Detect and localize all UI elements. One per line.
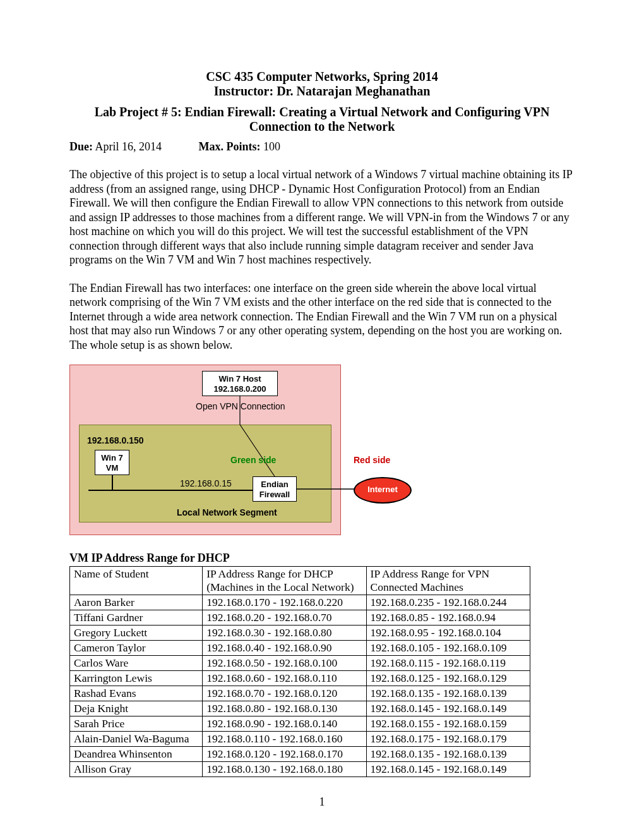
cell-name: Sarah Price (70, 716, 203, 732)
cell-dhcp: 192.168.0.130 - 192.168.0.180 (203, 762, 366, 777)
cell-dhcp: 192.168.0.120 - 192.168.0.170 (203, 747, 366, 762)
win7-host-name: Win 7 Host (218, 374, 261, 384)
cell-dhcp: 192.168.0.40 - 192.168.0.90 (203, 641, 366, 656)
vm-line1: Win 7 (101, 453, 123, 462)
cell-name: Rashad Evans (70, 686, 203, 701)
cell-dhcp: 192.168.0.90 - 192.168.0.140 (203, 716, 366, 732)
vm-ip: 192.168.0.150 (87, 435, 144, 445)
table-row: Sarah Price192.168.0.90 - 192.168.0.1401… (70, 716, 530, 732)
page-number: 1 (0, 795, 644, 809)
cell-dhcp: 192.168.0.70 - 192.168.0.120 (203, 686, 366, 701)
meta-line: Due: April 16, 2014 Max. Points: 100 (69, 140, 575, 154)
internet-ellipse: Internet (354, 477, 412, 504)
redside-label: Red side (354, 455, 390, 465)
course-title: CSC 435 Computer Networks, Spring 2014 (69, 70, 575, 84)
table-row: Gregory Luckett192.168.0.30 - 192.168.0.… (70, 626, 530, 641)
table-row: Tiffani Gardner192.168.0.20 - 192.168.0.… (70, 610, 530, 626)
fw-line2: Firewall (259, 490, 290, 499)
cell-dhcp: 192.168.0.30 - 192.168.0.80 (203, 626, 366, 641)
win7-host-ip: 192.168.0.200 (213, 384, 266, 394)
table-title: VM IP Address Range for DHCP (69, 552, 575, 565)
cell-vpn: 192.168.0.125 - 192.168.0.129 (366, 671, 530, 686)
cell-vpn: 192.168.0.155 - 192.168.0.159 (366, 716, 530, 732)
firewall-ip: 192.168.0.15 (180, 478, 232, 488)
table-row: Rashad Evans192.168.0.70 - 192.168.0.120… (70, 686, 530, 701)
cell-vpn: 192.168.0.135 - 192.168.0.139 (366, 747, 530, 762)
svg-line-1 (240, 425, 275, 476)
fw-line1: Endian (261, 480, 288, 489)
cell-name: Karrington Lewis (70, 671, 203, 686)
th-dhcp: IP Address Range for DHCP (Machines in t… (203, 567, 366, 595)
lab-subtitle: Connection to the Network (69, 119, 575, 134)
max-label: Max. Points: (199, 140, 261, 153)
table-row: Aaron Barker192.168.0.170 - 192.168.0.22… (70, 595, 530, 610)
cell-vpn: 192.168.0.105 - 192.168.0.109 (366, 641, 530, 656)
cell-name: Deja Knight (70, 701, 203, 716)
cell-name: Tiffani Gardner (70, 610, 203, 626)
th-name: Name of Student (70, 567, 203, 595)
cell-name: Carlos Ware (70, 656, 203, 671)
lab-title: Lab Project # 5: Endian Firewall: Creati… (69, 105, 575, 119)
cell-name: Allison Gray (70, 762, 203, 777)
cell-vpn: 192.168.0.145 - 192.168.0.149 (366, 762, 530, 777)
win7-host-box: Win 7 Host 192.168.0.200 (202, 371, 278, 396)
cell-vpn: 192.168.0.115 - 192.168.0.119 (366, 656, 530, 671)
cell-vpn: 192.168.0.145 - 192.168.0.149 (366, 701, 530, 716)
max-value: 100 (261, 140, 281, 153)
due-value: April 16, 2014 (93, 140, 162, 153)
table-row: Deandrea Whinsenton192.168.0.120 - 192.1… (70, 747, 530, 762)
table-row: Deja Knight192.168.0.80 - 192.168.0.1301… (70, 701, 530, 716)
paragraph-2: The Endian Firewall has two interfaces: … (69, 281, 575, 353)
greenside-label: Green side (230, 455, 276, 465)
paragraph-1: The objective of this project is to setu… (69, 167, 575, 267)
cell-vpn: 192.168.0.175 - 192.168.0.179 (366, 732, 530, 747)
cell-dhcp: 192.168.0.20 - 192.168.0.70 (203, 610, 366, 626)
ip-table: Name of Student IP Address Range for DHC… (69, 566, 575, 777)
cell-vpn: 192.168.0.95 - 192.168.0.104 (366, 626, 530, 641)
table-row: Karrington Lewis192.168.0.60 - 192.168.0… (70, 671, 530, 686)
due-label: Due: (69, 140, 93, 153)
cell-dhcp: 192.168.0.110 - 192.168.0.160 (203, 732, 366, 747)
table-header-row: Name of Student IP Address Range for DHC… (70, 567, 530, 595)
vm-line2: VM (106, 463, 119, 473)
vpn-label: Open VPN Connection (196, 401, 285, 411)
cell-dhcp: 192.168.0.50 - 192.168.0.100 (203, 656, 366, 671)
table-row: Alain-Daniel Wa-Baguma192.168.0.110 - 19… (70, 732, 530, 747)
th-vpn: IP Address Range for VPN Connected Machi… (366, 567, 530, 595)
table-row: Allison Gray192.168.0.130 - 192.168.0.18… (70, 762, 530, 777)
cell-name: Gregory Luckett (70, 626, 203, 641)
cell-name: Alain-Daniel Wa-Baguma (70, 732, 203, 747)
cell-vpn: 192.168.0.85 - 192.168.0.94 (366, 610, 530, 626)
win7-vm-box: Win 7 VM (95, 450, 129, 475)
instructor-line: Instructor: Dr. Natarajan Meghanathan (69, 84, 575, 99)
cell-dhcp: 192.168.0.80 - 192.168.0.130 (203, 701, 366, 716)
table-row: Carlos Ware192.168.0.50 - 192.168.0.1001… (70, 656, 530, 671)
cell-name: Aaron Barker (70, 595, 203, 610)
table-row: Cameron Taylor192.168.0.40 - 192.168.0.9… (70, 641, 530, 656)
network-diagram: Win 7 Host 192.168.0.200 Open VPN Connec… (69, 365, 436, 541)
cell-vpn: 192.168.0.235 - 192.168.0.244 (366, 595, 530, 610)
cell-dhcp: 192.168.0.170 - 192.168.0.220 (203, 595, 366, 610)
local-segment-label: Local Network Segment (177, 507, 277, 517)
cell-name: Cameron Taylor (70, 641, 203, 656)
cell-vpn: 192.168.0.135 - 192.168.0.139 (366, 686, 530, 701)
cell-dhcp: 192.168.0.60 - 192.168.0.110 (203, 671, 366, 686)
cell-name: Deandrea Whinsenton (70, 747, 203, 762)
endian-firewall-box: Endian Firewall (253, 476, 297, 502)
